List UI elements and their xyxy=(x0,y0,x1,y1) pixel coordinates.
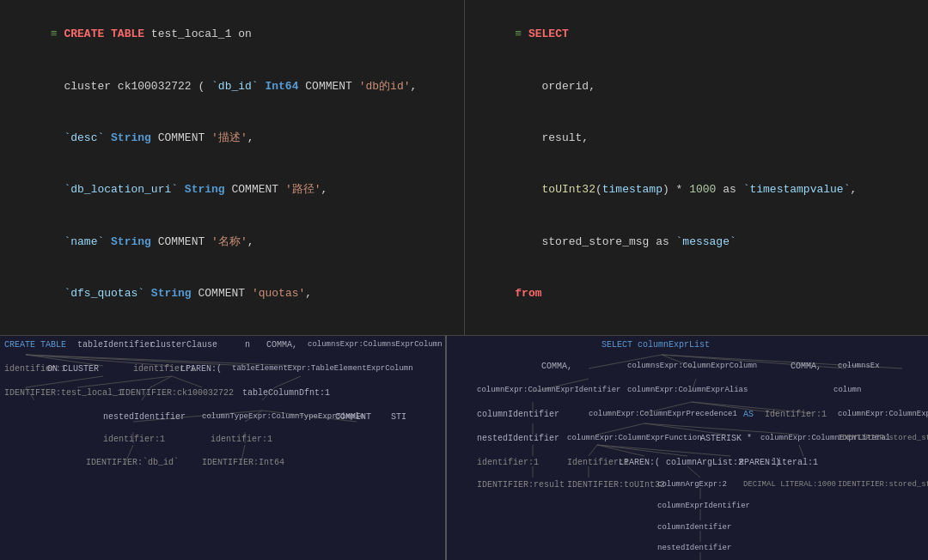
svg-line-8 xyxy=(275,376,301,387)
tree-node: columnExpr:ColumnExprAlias xyxy=(627,386,748,394)
tree-node: COMMA, xyxy=(266,340,297,350)
tree-node: COMMENT xyxy=(335,412,371,422)
code-line: orderid, xyxy=(475,60,919,112)
svg-line-35 xyxy=(597,445,644,456)
svg-line-4 xyxy=(26,376,103,387)
tree-node: Identifier:1 xyxy=(765,410,827,419)
svg-line-41 xyxy=(687,466,700,478)
tree-node: COMMA, xyxy=(541,362,572,371)
tree-node: columnsExpr:ColumnExprColumn xyxy=(627,362,757,370)
code-line: `dfs_usage` String COMMENT '使用量', xyxy=(10,320,454,335)
tree-node: tableElementExpr:TableElementExprColumn xyxy=(232,364,413,373)
svg-line-36 xyxy=(597,445,687,456)
tree-node: nestedIdentifier xyxy=(657,544,731,552)
code-line: log.booking_schedule_all xyxy=(475,320,919,335)
tree-node: columnArgExpr:2 xyxy=(657,480,727,489)
tree-node: IDENTIFIER:ck100032722 xyxy=(120,388,234,398)
bottom-right-tree: SELECT columnExprList COMMA, columnsExpr… xyxy=(447,335,928,560)
code-line: `db_location_uri` String COMMENT '路径', xyxy=(10,164,454,216)
code-line: result, xyxy=(475,113,919,164)
right-code-editor[interactable]: ≡ SELECT orderid, result, toUInt32(times… xyxy=(465,0,929,335)
tree-node: IDENTIFIER:test_local_1 xyxy=(4,388,123,398)
tree-node: identifier:1 xyxy=(211,435,272,444)
tree-node: tableIdentifier xyxy=(77,340,155,350)
tree-node: columnExpr:ColumnExprFunction xyxy=(567,434,702,442)
tree-node: columnExpr:ColumnExprPrecedence1 xyxy=(589,410,737,418)
tree-node: IDENTIFIER:stored_st xyxy=(838,434,928,442)
tree-node: LPAREN:( xyxy=(619,458,660,467)
svg-line-5 xyxy=(77,376,172,387)
tree-node: columnsExpr:ColumnsExprColumn xyxy=(308,340,443,349)
tree-node: clusterClause xyxy=(150,340,217,350)
code-line: `dfs_quotas` String COMMENT 'quotas', xyxy=(10,268,454,320)
tree-node: nestedIdentifier xyxy=(103,412,186,422)
tree-node: identifier:1 xyxy=(477,458,539,467)
tree-node: IDENTIFIER:Int64 xyxy=(202,458,284,467)
tree-node: LPAREN:( xyxy=(180,364,222,374)
tree-node: SELECT columnExprList xyxy=(601,340,710,350)
code-line: toUInt32(timestamp) * 1000 as `timestamp… xyxy=(475,164,919,216)
tree-node: columnIdentifier xyxy=(477,410,559,419)
code-line: from xyxy=(475,268,919,320)
tree-node: DECIMAL LITERAL:1000 xyxy=(743,480,836,489)
tree-node: columnExpr:ColumnExprIdentifier xyxy=(477,386,620,394)
code-line: stored_store_msg as `message` xyxy=(475,216,919,268)
svg-line-7 xyxy=(172,376,202,387)
svg-line-37 xyxy=(597,445,730,456)
tree-node: columnIdentifier xyxy=(657,523,731,532)
tree-node: ON CLUSTER xyxy=(47,364,99,374)
tree-node: columnExprIdentifier xyxy=(657,502,750,510)
svg-line-38 xyxy=(799,445,803,456)
tree-node: STI xyxy=(391,412,406,422)
tree-node: nestedIdentifier xyxy=(477,434,559,443)
tree-node: tableColumnDfnt:1 xyxy=(242,388,330,398)
code-line: `desc` String COMMENT '描述', xyxy=(10,113,454,164)
bottom-panel: CREATE TABLE tableIdentifier clusterClau… xyxy=(0,335,928,560)
tree-node: identifier:1 xyxy=(103,435,165,444)
tree-node: column xyxy=(833,386,861,394)
code-line: ≡ CREATE TABLE test_local_1 on xyxy=(10,9,454,60)
code-line: `name` String COMMENT '名称', xyxy=(10,216,454,268)
tree-node: IDENTIFIER:`db_id` xyxy=(86,458,179,467)
tree-node: IDENTIFIER:stored_st xyxy=(838,480,928,489)
top-panel: ≡ CREATE TABLE test_local_1 on cluster c… xyxy=(0,0,928,335)
code-line: ≡ SELECT xyxy=(475,9,919,60)
tree-node: columnExpr:ColumnExpr xyxy=(838,410,928,418)
tree-node: columnsEx xyxy=(838,362,880,370)
left-code-editor[interactable]: ≡ CREATE TABLE test_local_1 on cluster c… xyxy=(0,0,465,335)
tree-node: CREATE TABLE xyxy=(4,340,66,350)
tree-node: columnArgList:2 xyxy=(666,458,743,467)
tree-node: COMMA, xyxy=(791,362,821,371)
tree-node: AS xyxy=(743,410,754,419)
svg-line-34 xyxy=(589,445,597,456)
bottom-left-tree: CREATE TABLE tableIdentifier clusterClau… xyxy=(0,335,447,560)
tree-node: IDENTIFIER:result xyxy=(477,480,565,490)
tree-node: ASTERISK * xyxy=(700,434,752,443)
tree-node: n xyxy=(245,340,250,350)
code-line: cluster ck100032722 ( `db_id` Int64 COMM… xyxy=(10,60,454,112)
tree-node: literal:1 xyxy=(772,458,818,467)
svg-line-6 xyxy=(150,376,172,387)
tree-node: IDENTIFIER:toUInt32 xyxy=(567,480,665,490)
